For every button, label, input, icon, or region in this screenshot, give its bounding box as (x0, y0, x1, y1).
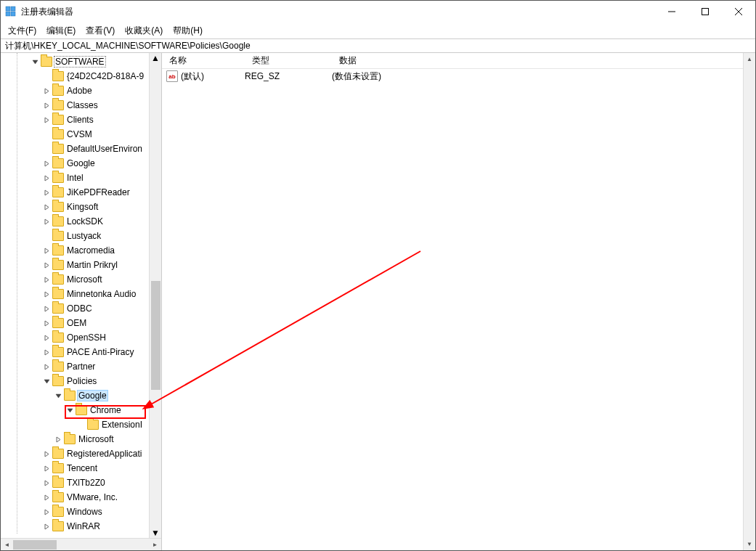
chevron-right-icon[interactable] (43, 276, 51, 284)
scroll-right-button[interactable]: ► (149, 539, 161, 551)
tree-row[interactable]: PACE Anti-Piracy (1, 345, 161, 359)
chevron-right-icon[interactable] (43, 305, 51, 313)
tree-row[interactable]: ODBC (1, 301, 161, 316)
tree-row[interactable]: Windows (1, 505, 161, 519)
chevron-right-icon[interactable] (43, 348, 51, 356)
tree-row[interactable]: Martin Prikryl (1, 258, 161, 272)
scroll-track[interactable] (150, 63, 162, 528)
chevron-right-icon[interactable] (43, 116, 51, 124)
scroll-track[interactable] (744, 65, 756, 538)
tree-row[interactable]: Intel (1, 171, 161, 185)
chevron-right-icon[interactable] (43, 319, 51, 327)
scroll-down-button[interactable]: ▼ (151, 528, 160, 538)
menu-help[interactable]: 帮助(H) (173, 25, 203, 37)
tree-row[interactable]: Clients (1, 113, 161, 127)
tree-row[interactable]: DefaultUserEnviron (1, 142, 161, 156)
tree-row[interactable]: Tencent (1, 461, 161, 476)
tree-row[interactable]: JiKePDFReader (1, 185, 161, 200)
tree-row[interactable]: OpenSSH (1, 330, 161, 345)
chevron-right-icon[interactable] (43, 363, 51, 371)
column-header-name[interactable]: 名称 (162, 54, 245, 67)
tree-row[interactable]: LockSDK (1, 214, 161, 229)
chevron-right-icon[interactable] (43, 465, 51, 473)
tree-row[interactable]: Minnetonka Audio (1, 287, 161, 301)
tree-row[interactable]: {24D2C42D-818A-9 (1, 69, 161, 83)
tree-item-label: ODBC (67, 303, 92, 314)
folder-icon (52, 71, 64, 81)
tree-row[interactable]: TXlTb2Z0 (1, 476, 161, 490)
tree-horizontal-scrollbar[interactable]: ◄ ► (1, 538, 161, 550)
chevron-right-icon[interactable] (43, 203, 51, 211)
chevron-down-icon[interactable] (66, 407, 74, 415)
scroll-thumb[interactable] (13, 540, 57, 550)
chevron-right-icon[interactable] (43, 218, 51, 226)
folder-icon (52, 347, 64, 357)
tree-row[interactable]: Partner (1, 359, 161, 374)
tree-row[interactable]: Google (1, 156, 161, 171)
address-bar[interactable]: 计算机\HKEY_LOCAL_MACHINE\SOFTWARE\Policies… (1, 38, 755, 53)
chevron-right-icon[interactable] (43, 450, 51, 458)
tree-vertical-scrollbar[interactable]: ▲ ▼ (149, 53, 161, 538)
tree-item-label: Google (67, 158, 95, 168)
scroll-up-button[interactable]: ▲ (151, 53, 160, 63)
window-controls (655, 1, 755, 23)
maximize-button[interactable] (688, 1, 722, 23)
folder-icon (64, 391, 76, 401)
values-list-pane: 名称 类型 数据 ab (默认) REG_SZ (数值未设置) ▲ ▼ (162, 53, 755, 550)
chevron-right-icon[interactable] (43, 290, 51, 298)
list-vertical-scrollbar[interactable]: ▲ ▼ (743, 53, 755, 550)
chevron-right-icon[interactable] (43, 523, 51, 531)
list-row[interactable]: ab (默认) REG_SZ (数值未设置) (162, 69, 755, 83)
tree-row[interactable]: OEM (1, 316, 161, 330)
chevron-right-icon[interactable] (43, 334, 51, 342)
tree-row[interactable]: Macromedia (1, 243, 161, 258)
scroll-track[interactable] (13, 539, 149, 551)
tree-row[interactable]: CVSM (1, 127, 161, 142)
chevron-down-icon[interactable] (54, 392, 62, 400)
column-header-type[interactable]: 类型 (245, 54, 332, 67)
tree-row[interactable]: Lustyack (1, 229, 161, 243)
chevron-right-icon[interactable] (43, 247, 51, 255)
chevron-right-icon[interactable] (43, 479, 51, 487)
tree-row[interactable]: Chrome (1, 403, 161, 417)
minimize-button[interactable] (655, 1, 688, 23)
menu-file[interactable]: 文件(F) (8, 25, 36, 37)
tree-row[interactable]: Microsoft (1, 432, 161, 446)
scroll-left-button[interactable]: ◄ (1, 539, 13, 551)
chevron-right-icon[interactable] (43, 160, 51, 168)
tree-items: SOFTWARE{24D2C42D-818A-9AdobeClassesClie… (1, 53, 161, 534)
close-button[interactable] (722, 1, 755, 23)
tree-row[interactable]: ExtensionI (1, 417, 161, 432)
chevron-right-icon[interactable] (43, 508, 51, 516)
tree-row[interactable]: VMware, Inc. (1, 490, 161, 505)
tree-row[interactable]: Microsoft (1, 272, 161, 287)
chevron-right-icon[interactable] (43, 261, 51, 269)
menu-favorites[interactable]: 收藏夹(A) (125, 25, 163, 37)
tree-row[interactable]: Adobe (1, 83, 161, 98)
tree-row[interactable]: Kingsoft (1, 200, 161, 214)
tree-scroll-viewport[interactable]: SOFTWARE{24D2C42D-818A-9AdobeClassesClie… (1, 53, 161, 538)
chevron-right-icon[interactable] (43, 494, 51, 502)
folder-icon (52, 129, 64, 139)
tree-row[interactable]: Google (1, 388, 161, 403)
tree-row[interactable]: Policies (1, 374, 161, 388)
chevron-right-icon[interactable] (43, 189, 51, 197)
column-header-data[interactable]: 数据 (332, 54, 755, 67)
tree-row[interactable]: WinRAR (1, 519, 161, 534)
chevron-down-icon[interactable] (43, 377, 51, 385)
menu-view[interactable]: 查看(V) (86, 25, 115, 37)
scroll-thumb[interactable] (151, 281, 160, 390)
folder-icon (52, 478, 64, 488)
menu-edit[interactable]: 编辑(E) (46, 25, 76, 37)
tree-row[interactable]: SOFTWARE (1, 54, 161, 69)
tree-row[interactable]: Classes (1, 98, 161, 113)
chevron-right-icon[interactable] (43, 102, 51, 110)
scroll-up-button[interactable]: ▲ (744, 53, 756, 65)
tree-row[interactable]: RegisteredApplicati (1, 446, 161, 461)
scroll-down-button[interactable]: ▼ (744, 538, 756, 550)
chevron-right-icon[interactable] (43, 87, 51, 95)
chevron-right-icon[interactable] (43, 174, 51, 182)
chevron-down-icon[interactable] (31, 58, 39, 66)
chevron-right-icon[interactable] (54, 436, 62, 444)
tree-item-label: Microsoft (67, 274, 102, 285)
